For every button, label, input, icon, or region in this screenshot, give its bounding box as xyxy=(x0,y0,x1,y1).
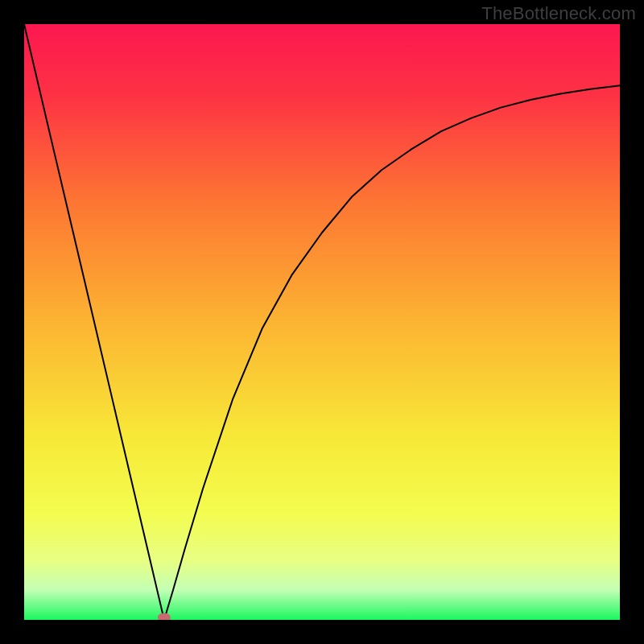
chart-background xyxy=(24,24,620,620)
watermark-text: TheBottleneck.com xyxy=(481,3,636,24)
chart-plot-area xyxy=(24,24,620,620)
chart-container: TheBottleneck.com xyxy=(0,0,644,644)
